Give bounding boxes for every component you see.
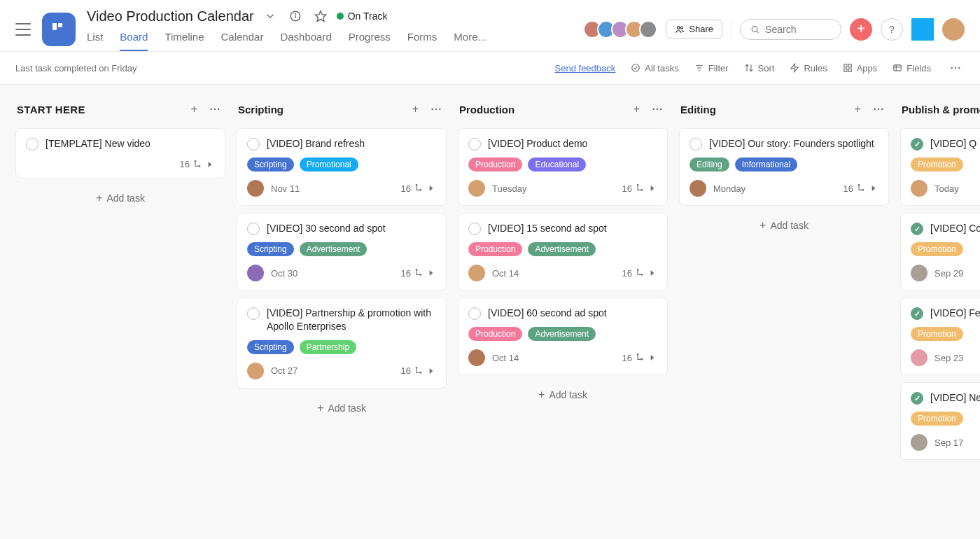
task-card[interactable]: [VIDEO] Co Pham Promotion Sep 29 <box>900 213 980 290</box>
due-date: Sep 23 <box>934 353 963 363</box>
complete-check[interactable] <box>247 138 260 150</box>
column-more-button[interactable] <box>427 100 445 118</box>
task-title: [VIDEO] Ne announcement <box>930 391 980 405</box>
tab-list[interactable]: List <box>87 31 103 51</box>
tag-row: Promotion <box>911 242 980 256</box>
tab-timeline[interactable]: Timeline <box>164 31 204 51</box>
add-task-button[interactable]: +Add task <box>900 467 980 492</box>
divider <box>731 20 732 39</box>
tag-pill: Promotion <box>911 412 963 426</box>
task-card[interactable]: [VIDEO] Our story: Founders spotlight Ed… <box>679 128 889 206</box>
complete-check[interactable] <box>468 223 481 235</box>
due-date: Today <box>934 183 959 194</box>
complete-check[interactable] <box>247 223 260 235</box>
complete-check[interactable] <box>911 223 923 235</box>
complete-check[interactable] <box>911 392 923 405</box>
members-avatar-stack[interactable] <box>587 20 657 38</box>
task-card[interactable]: [VIDEO] Partnership & promotion with Apo… <box>237 298 447 388</box>
svg-point-25 <box>211 108 212 110</box>
column-more-button[interactable] <box>869 100 888 118</box>
chevron-down-icon <box>264 10 276 22</box>
complete-check[interactable] <box>247 307 260 320</box>
task-card[interactable]: [VIDEO] Ne announcement Promotion Sep 17 <box>900 382 980 460</box>
board[interactable]: START HERE + [TEMPLATE] New video 16 +Ad… <box>0 85 980 505</box>
help-button[interactable]: ? <box>881 18 903 41</box>
search-input[interactable] <box>765 24 831 35</box>
tab-progress[interactable]: Progress <box>349 31 391 51</box>
column-title: START HERE <box>17 104 183 115</box>
add-task-button[interactable]: +Add task <box>15 186 225 211</box>
task-card[interactable]: [VIDEO] 30 second ad spot ScriptingAdver… <box>237 213 447 290</box>
svg-point-27 <box>218 108 219 110</box>
rules-button[interactable]: Rules <box>790 63 827 74</box>
workspace-icon[interactable] <box>911 18 934 41</box>
task-card[interactable]: [VIDEO] Q Promotion Today <box>900 128 980 206</box>
tag-row: EditingInformational <box>690 158 878 172</box>
caret-right-icon <box>648 268 657 278</box>
tag-pill: Production <box>468 158 522 172</box>
apps-button[interactable]: Apps <box>843 63 878 74</box>
task-card[interactable]: [VIDEO] Brand refresh ScriptingPromotion… <box>237 128 447 206</box>
assignee-avatar <box>468 349 485 366</box>
search-box[interactable] <box>740 19 841 40</box>
board-column: START HERE + [TEMPLATE] New video 16 +Ad… <box>15 97 225 211</box>
complete-check[interactable] <box>911 307 923 320</box>
svg-point-24 <box>958 67 960 69</box>
caret-right-icon <box>648 353 657 363</box>
complete-check[interactable] <box>468 138 481 150</box>
add-task-button[interactable]: +Add task <box>458 382 668 407</box>
fields-button[interactable]: Fields <box>892 63 931 74</box>
svg-point-31 <box>432 108 433 110</box>
status-pill[interactable]: On Track <box>337 10 388 22</box>
task-card[interactable]: [VIDEO] Product demo ProductionEducation… <box>458 128 668 206</box>
toolbar-more-button[interactable] <box>946 59 965 77</box>
profile-avatar[interactable] <box>942 18 965 41</box>
column-add-button[interactable]: + <box>631 101 643 118</box>
tab-more-[interactable]: More... <box>454 31 486 51</box>
task-card[interactable]: [VIDEO] 15 second ad spot ProductionAdve… <box>458 213 668 290</box>
tag-row: ScriptingPartnership <box>247 340 436 354</box>
tab-calendar[interactable]: Calendar <box>221 31 264 51</box>
member-avatar <box>639 20 657 38</box>
column-add-button[interactable]: + <box>410 101 421 118</box>
task-card[interactable]: [VIDEO] 60 second ad spot ProductionAdve… <box>458 298 668 375</box>
add-task-button[interactable]: +Add task <box>679 213 889 238</box>
column-add-button[interactable]: + <box>188 101 200 118</box>
send-feedback-link[interactable]: Send feedback <box>555 63 616 74</box>
filter-icon <box>694 63 704 73</box>
complete-check[interactable] <box>690 138 702 150</box>
tab-dashboard[interactable]: Dashboard <box>280 31 331 51</box>
column-more-button[interactable] <box>648 100 666 118</box>
column-more-button[interactable] <box>206 100 224 118</box>
share-button[interactable]: Share <box>666 20 722 38</box>
svg-rect-17 <box>844 69 846 71</box>
complete-check[interactable] <box>26 138 38 150</box>
complete-check[interactable] <box>911 138 923 150</box>
assignee-avatar <box>468 265 485 281</box>
due-date: Oct 27 <box>271 365 298 376</box>
all-tasks-filter[interactable]: All tasks <box>631 63 678 74</box>
task-card[interactable]: [VIDEO] Fe Marketing Promotion Sep 23 <box>900 298 980 375</box>
subtask-indicator: 16 <box>180 159 215 169</box>
complete-check[interactable] <box>468 307 481 320</box>
column-add-button[interactable]: + <box>852 101 864 118</box>
subtask-icon <box>414 183 424 193</box>
tag-row: ProductionAdvertisement <box>468 242 657 256</box>
add-task-button[interactable]: +Add task <box>237 396 447 421</box>
tag-pill: Production <box>468 327 522 341</box>
svg-marker-48 <box>651 186 654 191</box>
search-icon <box>750 24 760 35</box>
filter-button[interactable]: Filter <box>694 63 729 74</box>
menu-icon[interactable] <box>15 23 31 36</box>
global-add-button[interactable]: + <box>850 18 872 41</box>
task-card[interactable]: [TEMPLATE] New video 16 <box>15 128 225 178</box>
title-dropdown[interactable] <box>261 7 279 25</box>
project-info-button[interactable] <box>286 7 304 25</box>
svg-point-47 <box>641 189 643 190</box>
sort-button[interactable]: Sort <box>744 63 775 74</box>
tag-row: ProductionEducational <box>468 158 657 172</box>
task-title: [TEMPLATE] New video <box>46 137 150 150</box>
favorite-button[interactable] <box>312 7 330 25</box>
tab-board[interactable]: Board <box>120 31 148 51</box>
tab-forms[interactable]: Forms <box>407 31 438 51</box>
